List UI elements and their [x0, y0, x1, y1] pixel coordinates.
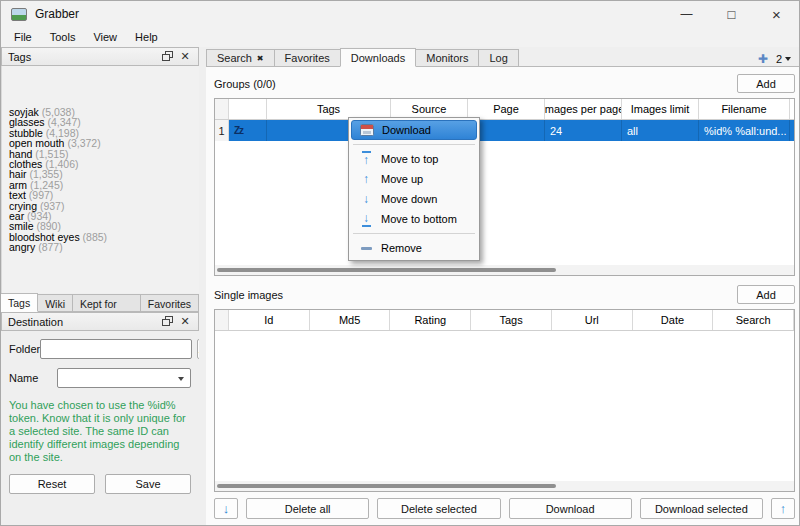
column-tags[interactable]: Tags — [267, 99, 391, 119]
download-button[interactable]: Download — [509, 498, 632, 519]
window-controls: — □ × — [664, 1, 799, 27]
column-source[interactable]: Source — [391, 99, 468, 119]
menu-item-move-down[interactable]: ↓ Move down — [351, 189, 477, 209]
column-status[interactable] — [229, 99, 267, 119]
menu-separator — [353, 233, 475, 234]
token-notice: You have chosen to use the %id% token. K… — [9, 399, 191, 464]
close-dock-icon[interactable]: ✕ — [176, 314, 194, 329]
scrollbar-handle[interactable] — [217, 268, 556, 272]
column-md5[interactable]: Md5 — [310, 310, 391, 330]
arrow-down-icon: ↓ — [223, 501, 230, 516]
grabber-window: Grabber — □ × File Tools View Help Tags … — [0, 0, 800, 526]
menu-separator — [353, 144, 475, 145]
float-dock-icon[interactable] — [158, 314, 176, 329]
menu-tools[interactable]: Tools — [41, 29, 85, 45]
tab-kept-for-later[interactable]: Kept for later — [72, 294, 141, 311]
tab-log[interactable]: Log — [478, 49, 518, 66]
cell-images-per-page: 24 — [545, 120, 622, 141]
column-images-limit[interactable]: Images limit — [622, 99, 699, 119]
cell-images-limit: all — [622, 120, 699, 141]
tag-item[interactable]: angry (877) — [9, 242, 192, 252]
add-group-button[interactable]: Add — [737, 74, 795, 93]
group-row[interactable]: 1 Zz booru.soy 1 24 all %id% %all:und...… — [215, 120, 794, 141]
column-rating[interactable]: Rating — [390, 310, 471, 330]
minimize-icon[interactable]: — — [664, 1, 709, 27]
tab-wiki[interactable]: Wiki — [37, 294, 73, 311]
tab-monitors[interactable]: Monitors — [415, 49, 479, 66]
close-dock-icon[interactable]: ✕ — [176, 49, 194, 64]
save-button[interactable]: Save — [105, 474, 191, 494]
add-single-image-button[interactable]: Add — [737, 285, 795, 304]
reset-button[interactable]: Reset — [9, 474, 95, 494]
tab-close-icon[interactable]: ✖ — [257, 54, 264, 63]
add-tab-icon[interactable]: ✚ — [758, 52, 768, 66]
row-number: 1 — [215, 120, 229, 141]
groups-table-header: Tags Source Page Images per page Images … — [215, 99, 794, 120]
cell-clipped: ( — [790, 120, 795, 141]
tab-tags[interactable]: Tags — [1, 293, 38, 312]
download-selected-button[interactable]: Download selected — [640, 498, 763, 519]
destination-dock-header: Destination ✕ — [1, 312, 199, 331]
single-images-label: Single images — [214, 289, 283, 301]
menu-item-download[interactable]: Download — [351, 120, 477, 140]
column-search[interactable]: Search — [713, 310, 794, 330]
footer-button-bar: ↓ Delete all Delete selected Download Do… — [214, 498, 795, 519]
menu-bar: File Tools View Help — [1, 27, 799, 47]
column-date[interactable]: Date — [633, 310, 714, 330]
name-combobox[interactable] — [57, 368, 191, 388]
column-url[interactable]: Url — [552, 310, 633, 330]
arrow-down-bar-icon: ↓ — [355, 211, 377, 227]
cell-filename: %id% %all:und... — [699, 120, 790, 141]
arrow-up-icon: ↑ — [355, 172, 377, 186]
tab-downloads[interactable]: Downloads — [340, 48, 416, 67]
tab-favorites[interactable]: Favorites — [274, 49, 341, 66]
downloads-pane: Groups (0/0) Add Tags Source Page Images… — [206, 66, 799, 525]
singles-h-scrollbar — [215, 481, 794, 491]
app-icon — [11, 8, 27, 21]
float-dock-icon[interactable] — [158, 49, 176, 64]
menu-item-move-to-top[interactable]: ↑ Move to top — [351, 149, 477, 169]
tag-list: soyjak (5,038) glasses (4,347) stubble (… — [1, 66, 199, 293]
tags-dock-title: Tags — [8, 51, 158, 63]
delete-selected-button[interactable]: Delete selected — [377, 498, 500, 519]
tab-search[interactable]: Search ✖ — [206, 49, 275, 66]
menu-item-move-to-bottom[interactable]: ↓ Move to bottom — [351, 209, 477, 229]
column-tags-single[interactable]: Tags — [471, 310, 552, 330]
tags-dock-header: Tags ✕ — [1, 47, 199, 66]
panel-splitter[interactable] — [199, 47, 206, 525]
column-id[interactable]: Id — [229, 310, 310, 330]
context-menu: Download ↑ Move to top ↑ Move up ↓ Move … — [348, 117, 480, 261]
delete-all-button[interactable]: Delete all — [246, 498, 369, 519]
name-label: Name — [9, 372, 57, 384]
single-images-table-header: Id Md5 Rating Tags Url Date Search — [215, 310, 794, 331]
groups-label: Groups (0/0) — [214, 78, 276, 90]
menu-help[interactable]: Help — [126, 29, 167, 45]
folder-input[interactable] — [40, 339, 192, 359]
window-title: Grabber — [35, 7, 79, 21]
column-filename[interactable]: Filename — [699, 99, 790, 119]
left-panel: Tags ✕ soyjak (5,038) glasses (4,347) st… — [1, 47, 199, 525]
folder-label: Folder — [9, 343, 40, 355]
maximize-icon[interactable]: □ — [709, 1, 754, 27]
column-images-per-page[interactable]: Images per page — [545, 99, 622, 119]
tab-count-dropdown[interactable]: 2 — [776, 53, 791, 65]
arrow-up-icon: ↑ — [780, 501, 787, 516]
move-up-button[interactable]: ↑ — [771, 498, 795, 519]
close-icon[interactable]: × — [754, 1, 799, 27]
destination-panel: Folder ... Name You have chosen to use t… — [1, 331, 199, 525]
column-page[interactable]: Page — [468, 99, 545, 119]
title-bar: Grabber — □ × — [1, 1, 799, 27]
menu-item-move-up[interactable]: ↑ Move up — [351, 169, 477, 189]
scrollbar-handle[interactable] — [217, 484, 556, 488]
menu-view[interactable]: View — [84, 29, 126, 45]
move-down-button[interactable]: ↓ — [214, 498, 238, 519]
tab-favorites-left[interactable]: Favorites — [140, 294, 199, 311]
download-icon — [356, 124, 378, 136]
chevron-down-icon — [178, 377, 184, 381]
sleep-status-icon: Zz — [234, 125, 243, 136]
main-tab-bar: Search ✖ Favorites Downloads Monitors Lo… — [206, 47, 799, 66]
groups-table: Tags Source Page Images per page Images … — [214, 98, 795, 276]
remove-icon — [355, 247, 377, 250]
menu-item-remove[interactable]: Remove — [351, 238, 477, 258]
menu-file[interactable]: File — [5, 29, 41, 45]
